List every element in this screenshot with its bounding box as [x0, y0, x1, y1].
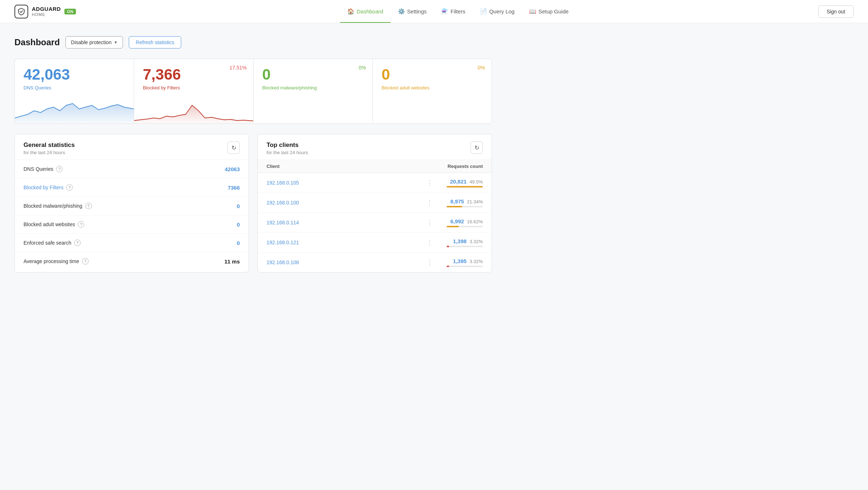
shield-icon: [17, 8, 25, 16]
blocked-malware-chart: [254, 94, 373, 123]
client-ip-4[interactable]: 192.168.0.108: [267, 259, 420, 265]
client-row-0: 192.168.0.105 ⋮ 20,821 49.5%: [258, 173, 492, 193]
client-count-area-3: 1,398 3.32%: [439, 238, 483, 247]
client-row-3: 192.168.0.121 ⋮ 1,398 3.32%: [258, 233, 492, 253]
sign-out-button[interactable]: Sign out: [818, 5, 854, 18]
stat-safesearch-name: Enforced safe search ?: [24, 240, 237, 246]
client-bar-3: [447, 246, 449, 247]
client-count-3: 1,398: [453, 238, 467, 244]
blocked-help-icon[interactable]: ?: [66, 184, 73, 191]
client-bar-bg-0: [447, 186, 483, 187]
col-client-header: Client: [267, 164, 447, 169]
client-row-4: 192.168.0.108 ⋮ 1,395 3.32%: [258, 253, 492, 272]
blocked-adult-card: 0% 0 Blocked adult websites: [373, 59, 492, 124]
client-bar-0: [447, 186, 483, 187]
nav-settings[interactable]: ⚙️ Settings: [391, 1, 434, 23]
blocked-adult-chart: [373, 94, 492, 123]
logo-icon: [14, 5, 28, 18]
blocked-chart-svg: [134, 94, 253, 123]
client-count-row-4: 1,395 3.32%: [453, 258, 483, 264]
stat-malware-name: Blocked malware/phishing ?: [24, 203, 237, 209]
logo: ADGUARD HOME ON: [14, 5, 76, 18]
client-pct-2: 16.62%: [467, 219, 483, 224]
client-ip-3[interactable]: 192.168.0.121: [267, 240, 420, 245]
client-count-area-1: 8,975 21.34%: [439, 198, 483, 207]
avgtime-help-icon[interactable]: ?: [82, 258, 89, 265]
blocked-filters-label: Blocked by Filters: [143, 85, 244, 90]
main-nav: 🏠 Dashboard ⚙️ Settings ⚗️ Filters 📄 Que…: [98, 0, 818, 22]
client-count-4: 1,395: [453, 258, 467, 264]
protection-badge: ON: [64, 9, 76, 14]
dns-help-icon[interactable]: ?: [56, 166, 63, 172]
stat-row-dns: DNS Queries ? 42063: [15, 160, 248, 178]
stat-row-adult: Blocked adult websites ? 0: [15, 215, 248, 234]
nav-dashboard[interactable]: 🏠 Dashboard: [340, 1, 390, 23]
general-stats-header: General statistics for the last 24 hours…: [15, 134, 248, 160]
top-clients-refresh-button[interactable]: ↻: [471, 141, 483, 154]
stat-row-blocked: Blocked by Filters ? 7366: [15, 178, 248, 197]
dns-queries-label: DNS Queries: [24, 85, 125, 90]
client-pct-0: 49.5%: [469, 179, 483, 185]
client-bar-4: [447, 266, 449, 267]
querylog-icon: 📄: [480, 8, 487, 15]
adult-help-icon[interactable]: ?: [78, 221, 84, 228]
client-ip-1[interactable]: 192.168.0.100: [267, 200, 420, 206]
client-bar-bg-2: [447, 226, 483, 227]
client-ip-2[interactable]: 192.168.0.114: [267, 220, 420, 225]
blocked-filters-percent: 17.51%: [230, 65, 247, 71]
stat-dns-name: DNS Queries ?: [24, 166, 225, 172]
general-stats-title-group: General statistics for the last 24 hours: [24, 141, 75, 155]
nav-querylog[interactable]: 📄 Query Log: [473, 1, 522, 23]
nav-setupguide[interactable]: 📖 Setup Guide: [522, 1, 576, 23]
general-stats-subtitle: for the last 24 hours: [24, 150, 75, 155]
refresh-icon: ↻: [231, 144, 236, 151]
stat-malware-value: 0: [237, 203, 240, 209]
client-bar-bg-1: [447, 206, 483, 207]
stat-safesearch-value: 0: [237, 240, 240, 246]
stat-row-avgtime: Average processing time ? 11 ms: [15, 252, 248, 270]
client-count-2: 6,992: [450, 218, 464, 224]
logo-text: ADGUARD HOME: [32, 6, 61, 17]
client-row-2: 192.168.0.114 ⋮ 6,992 16.62%: [258, 213, 492, 233]
chevron-down-icon: ▼: [114, 40, 118, 45]
stat-row-safesearch: Enforced safe search ? 0: [15, 234, 248, 252]
client-menu-3[interactable]: ⋮: [424, 238, 435, 247]
blocked-filters-chart: [134, 94, 253, 123]
client-menu-2[interactable]: ⋮: [424, 218, 435, 227]
blocked-malware-percent: 0%: [359, 65, 366, 71]
page-title: Dashboard: [14, 37, 60, 47]
general-stats-panel: General statistics for the last 24 hours…: [14, 134, 249, 273]
disable-protection-button[interactable]: Disable protection ▼: [65, 36, 123, 48]
client-count-row-2: 6,992 16.62%: [450, 218, 483, 224]
nav-filters[interactable]: ⚗️ Filters: [434, 1, 473, 23]
refresh-statistics-button[interactable]: Refresh statistics: [129, 36, 181, 48]
stat-adult-name: Blocked adult websites ?: [24, 221, 237, 228]
blocked-malware-label: Blocked malware/phishing: [262, 85, 364, 90]
blocked-adult-percent: 0%: [478, 65, 485, 71]
safesearch-help-icon[interactable]: ?: [74, 240, 81, 246]
stat-blocked-name[interactable]: Blocked by Filters ?: [24, 184, 228, 191]
malware-help-icon[interactable]: ?: [85, 203, 92, 209]
setupguide-icon: 📖: [529, 8, 536, 15]
dns-queries-card: 42,063 DNS Queries: [14, 59, 134, 124]
client-count-row-0: 20,821 49.5%: [450, 178, 483, 185]
blocked-filters-card: 17.51% 7,366 Blocked by Filters: [134, 59, 253, 124]
client-menu-4[interactable]: ⋮: [424, 258, 435, 267]
general-stats-refresh-button[interactable]: ↻: [227, 141, 240, 154]
col-requests-header: Requests count: [447, 164, 483, 169]
client-ip-0[interactable]: 192.168.0.105: [267, 180, 420, 186]
dns-queries-chart: [15, 94, 134, 123]
top-clients-subtitle: for the last 24 hours: [267, 150, 308, 155]
client-menu-1[interactable]: ⋮: [424, 198, 435, 207]
page-header: Dashboard Disable protection ▼ Refresh s…: [14, 36, 492, 48]
clients-list: 192.168.0.105 ⋮ 20,821 49.5% 192.168.0.1…: [258, 173, 492, 272]
dashboard-icon: 🏠: [347, 8, 354, 15]
refresh-icon-2: ↻: [475, 144, 479, 151]
client-pct-4: 3.32%: [469, 259, 483, 264]
client-menu-0[interactable]: ⋮: [424, 178, 435, 187]
stats-cards: 42,063 DNS Queries 17.51% 7,366: [14, 59, 492, 124]
client-count-area-4: 1,395 3.32%: [439, 258, 483, 267]
client-bar-bg-4: [447, 266, 483, 267]
logo-sub: HOME: [32, 12, 61, 17]
header: ADGUARD HOME ON 🏠 Dashboard ⚙️ Settings …: [0, 0, 868, 23]
